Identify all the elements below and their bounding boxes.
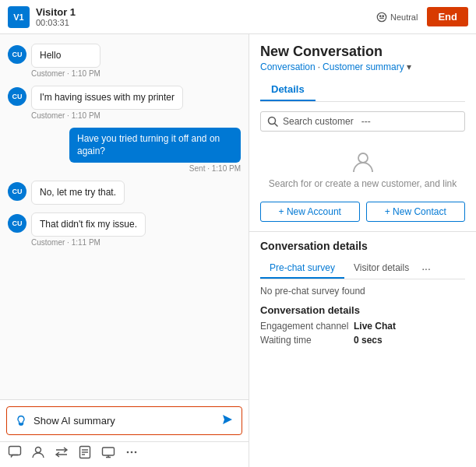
- ai-summary-label: Show AI summary: [33, 415, 215, 427]
- sentiment-icon: [376, 12, 387, 23]
- chat-icon[interactable]: [8, 445, 22, 462]
- message-row: CU I'm having issues with my printer Cus…: [8, 86, 241, 120]
- message-row: CU No, let me try that.: [8, 181, 241, 205]
- person-placeholder-icon: [351, 149, 376, 174]
- svg-point-2: [380, 15, 381, 16]
- detail-row-engagement: Engagement channel Live Chat: [260, 321, 465, 332]
- search-customer-placeholder: ---: [361, 116, 371, 127]
- svg-point-6: [36, 448, 41, 453]
- person-icon[interactable]: [31, 445, 45, 462]
- right-panel: New Conversation Conversation · Customer…: [249, 34, 476, 467]
- message-content: That didn't fix my issue. Customer · 1:1…: [31, 212, 146, 247]
- more-icon[interactable]: [125, 445, 139, 462]
- lightbulb-icon: [15, 415, 27, 427]
- customer-avatar: CU: [8, 45, 26, 64]
- new-contact-button[interactable]: + New Contact: [366, 202, 466, 222]
- new-account-button[interactable]: + New Account: [260, 202, 360, 222]
- message-content: No, let me try that.: [31, 181, 125, 205]
- svg-rect-5: [9, 447, 21, 455]
- avatar-initials: V1: [13, 12, 23, 22]
- message-row: Have you tried turning it off and on aga…: [8, 128, 241, 174]
- message-meta: Sent · 1:10 PM: [189, 164, 241, 173]
- customer-avatar: CU: [8, 87, 26, 106]
- svg-point-0: [377, 12, 386, 21]
- chat-input-area: Show AI summary: [0, 399, 249, 467]
- svg-point-3: [383, 15, 383, 16]
- ai-summary-bar[interactable]: Show AI summary: [6, 406, 242, 435]
- action-buttons: + New Account + New Contact: [260, 202, 465, 222]
- end-button[interactable]: End: [427, 7, 468, 26]
- svg-rect-11: [103, 448, 115, 455]
- breadcrumb-conversation[interactable]: Conversation: [260, 61, 316, 72]
- details-section: Search customer --- Search for or create…: [249, 102, 476, 231]
- message-meta: Customer · 1:10 PM: [31, 111, 183, 120]
- no-survey-text: No pre-chat survey found: [260, 286, 465, 297]
- visitor-avatar: V1: [8, 6, 30, 28]
- tab-details[interactable]: Details: [260, 79, 316, 101]
- message-meta: Customer · 1:10 PM: [31, 69, 100, 78]
- main-layout: CU Hello Customer · 1:10 PM CU I'm havin…: [0, 34, 476, 467]
- customer-prompt-text: Search for or create a new customer, and…: [269, 178, 457, 189]
- notes-icon[interactable]: [78, 445, 92, 462]
- tabs-more-icon[interactable]: ···: [421, 262, 431, 275]
- message-content: Hello Customer · 1:10 PM: [31, 44, 100, 78]
- transfer-icon[interactable]: [55, 445, 69, 462]
- screen-icon[interactable]: [101, 445, 115, 462]
- sentiment-label: Neutral: [390, 12, 418, 22]
- detail-row-waiting: Waiting time 0 secs: [260, 335, 465, 346]
- message-row: CU That didn't fix my issue. Customer · …: [8, 212, 241, 247]
- conv-details-sub-title: Conversation details: [260, 304, 465, 316]
- chat-panel: CU Hello Customer · 1:10 PM CU I'm havin…: [0, 34, 249, 467]
- message-content: I'm having issues with my printer Custom…: [31, 86, 183, 120]
- conversation-details-title: Conversation details: [260, 240, 465, 252]
- svg-point-14: [135, 451, 137, 454]
- svg-point-13: [131, 451, 133, 454]
- right-tabs: Details: [260, 79, 465, 102]
- message-bubble: I'm having issues with my printer: [31, 86, 183, 110]
- message-meta: Customer · 1:11 PM: [31, 238, 146, 247]
- agent-message-bubble: Have you tried turning it off and on aga…: [69, 128, 241, 163]
- message-row: CU Hello Customer · 1:10 PM: [8, 44, 241, 78]
- customer-avatar: CU: [8, 214, 26, 233]
- visitor-info: Visitor 1 00:03:31: [36, 6, 367, 27]
- customer-avatar: CU: [8, 182, 26, 201]
- message-bubble: No, let me try that.: [31, 181, 125, 205]
- search-customer-label: Search customer: [283, 116, 354, 127]
- message-bubble: That didn't fix my issue.: [31, 212, 146, 237]
- message-bubble: Hello: [31, 44, 100, 68]
- customer-placeholder: Search for or create a new customer, and…: [260, 139, 465, 195]
- search-customer-row[interactable]: Search customer ---: [260, 111, 465, 132]
- chat-toolbar: [0, 441, 249, 467]
- search-icon: [267, 116, 278, 127]
- page-title: New Conversation: [260, 44, 465, 60]
- send-icon[interactable]: [221, 413, 234, 428]
- visitor-name: Visitor 1: [36, 6, 367, 18]
- conversation-details-section: Conversation details Pre-chat survey Vis…: [249, 231, 476, 356]
- breadcrumb-customer-summary[interactable]: Customer summary: [323, 61, 404, 72]
- svg-point-17: [358, 153, 368, 163]
- call-timer: 00:03:31: [36, 18, 367, 27]
- tab-pre-chat-survey[interactable]: Pre-chat survey: [260, 258, 344, 279]
- tab-visitor-details[interactable]: Visitor details: [344, 258, 418, 279]
- chat-messages: CU Hello Customer · 1:10 PM CU I'm havin…: [0, 34, 249, 399]
- sentiment-indicator: Neutral: [376, 12, 418, 23]
- svg-line-16: [275, 124, 278, 127]
- svg-point-12: [127, 451, 129, 454]
- header: V1 Visitor 1 00:03:31 Neutral End: [0, 0, 476, 34]
- breadcrumb: Conversation · Customer summary ▾: [260, 61, 465, 72]
- conversation-tabs: Pre-chat survey Visitor details ···: [260, 258, 465, 279]
- right-header: New Conversation Conversation · Customer…: [249, 34, 476, 102]
